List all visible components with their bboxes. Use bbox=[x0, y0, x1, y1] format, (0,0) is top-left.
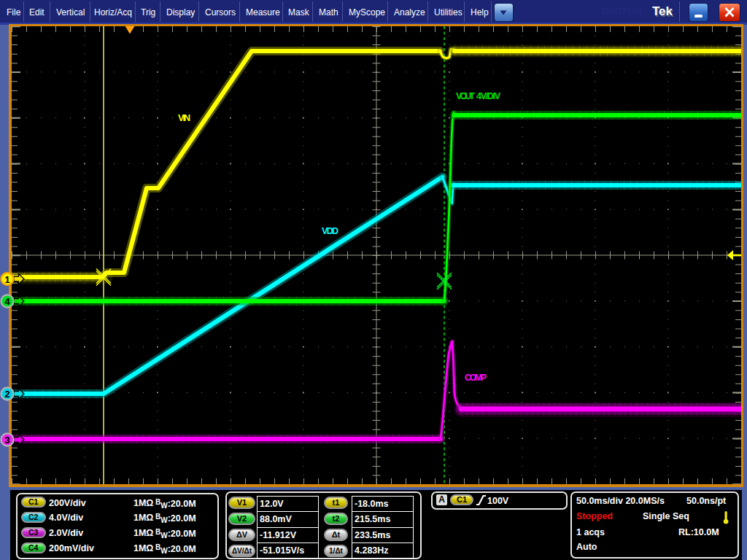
svg-text:VOUT: VOUT bbox=[456, 91, 475, 101]
svg-text:2: 2 bbox=[4, 389, 10, 400]
svg-text:VDD: VDD bbox=[322, 226, 338, 236]
svg-text:3: 3 bbox=[4, 435, 10, 446]
svg-text:1: 1 bbox=[4, 274, 10, 285]
svg-text:COMP: COMP bbox=[465, 373, 487, 383]
svg-text:4: 4 bbox=[4, 296, 10, 307]
svg-text:4V/DIV: 4V/DIV bbox=[476, 91, 501, 101]
svg-text:VIN: VIN bbox=[178, 113, 190, 123]
